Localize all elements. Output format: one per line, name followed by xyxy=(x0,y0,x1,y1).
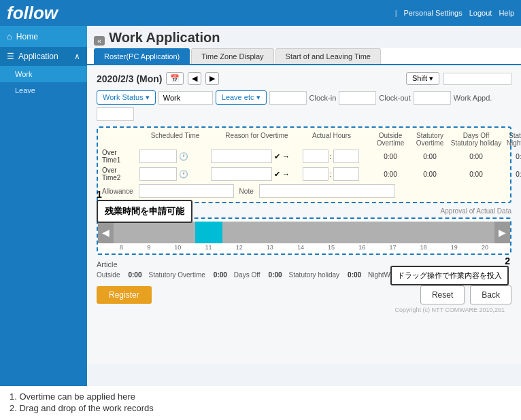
work-app-header: « Work Application xyxy=(87,26,521,48)
back-button[interactable]: Back xyxy=(470,285,511,304)
col-header-sep xyxy=(360,132,371,147)
bottom-text: 1. Overtime can be applied here 2. Drag … xyxy=(0,386,521,420)
tab-timezone[interactable]: Time Zone Display xyxy=(191,48,273,64)
ot-row-2: OverTime2 🕐 ✔ → : xyxy=(102,167,506,181)
timeline-container: ◀ ▶ 8 9 10 11 12 13 14 15 16 xyxy=(97,217,511,255)
sidebar-home-label: Home xyxy=(16,32,38,41)
prev-date-button[interactable]: ◀ xyxy=(188,72,201,85)
timeline-labels: 8 9 10 11 12 13 14 15 16 17 18 19 20 xyxy=(98,244,510,251)
collapse-button[interactable]: « xyxy=(94,36,105,46)
content-area: « Work Application Roster(PC Application… xyxy=(87,26,521,386)
ot2-nightwork: 0:00 xyxy=(503,171,521,178)
summary-outside-label: Outside xyxy=(97,271,120,279)
work-appd-input[interactable] xyxy=(97,107,134,121)
register-button[interactable]: Register xyxy=(97,286,152,304)
date-label: 2020/2/3 (Mon) xyxy=(97,73,162,84)
col-header-statutory: Statutory Overtime xyxy=(410,132,450,147)
summary-statutory-label: Statutory holiday xyxy=(289,271,340,279)
summary-outside-val: 0:00 xyxy=(128,271,141,279)
note-input[interactable] xyxy=(259,184,395,198)
note-label: Note xyxy=(239,188,254,195)
ot2-scheduled-input[interactable] xyxy=(139,167,177,181)
ot-label-2: OverTime2 xyxy=(102,167,139,181)
clock-in-label: Clock-in xyxy=(309,94,337,102)
sidebar-work-label: Work xyxy=(15,70,32,78)
header-separator: | xyxy=(395,9,397,17)
tab-leaving[interactable]: Start of and Leaving Time xyxy=(275,48,381,64)
work-status-row: Work Status ▾ Leave etc ▾ Clock-in Clock… xyxy=(97,90,511,121)
ot-row-1: OverTime1 🕐 ✔ → : xyxy=(102,149,506,164)
work-appd-label: Work Appd. xyxy=(454,94,492,102)
ot1-reason-input[interactable] xyxy=(211,150,272,163)
shift-input[interactable] xyxy=(443,73,511,85)
timeline-highlight xyxy=(195,222,222,243)
arrow-icon-1: → xyxy=(282,152,290,160)
overtime-container: Scheduled Time Reason for Overtime Actua… xyxy=(97,126,511,203)
application-icon: ☰ xyxy=(7,52,14,61)
summary-daysoff-label: Days Off xyxy=(234,271,260,279)
help-link[interactable]: Help xyxy=(499,9,514,17)
work-input[interactable] xyxy=(158,91,213,105)
sidebar-item-home[interactable]: ⌂ Home xyxy=(0,26,87,47)
timeline-next-button[interactable]: ▶ xyxy=(494,222,510,243)
ot1-nightwork: 0:00 xyxy=(503,153,521,160)
col-header-nightwork: Statutory NightWork xyxy=(503,132,521,147)
allowance-label: Allowance xyxy=(102,188,133,195)
col-header-scheduled: Scheduled Time xyxy=(139,132,211,147)
tabs-bar: Roster(PC Application) Time Zone Display… xyxy=(87,48,521,65)
callout-text-1: 残業時間を申請可能 xyxy=(105,206,184,216)
ot2-reason-input[interactable] xyxy=(211,167,272,181)
col-header-empty xyxy=(102,132,139,147)
sidebar-leave-label: Leave xyxy=(15,86,35,94)
date-bar: 2020/2/3 (Mon) 📅 ◀ ▶ Shift ▾ xyxy=(97,72,511,85)
action-row: Register Reset Back xyxy=(97,285,511,304)
sidebar-item-application[interactable]: ☰ Application ∧ xyxy=(0,47,87,66)
leave-input[interactable] xyxy=(269,91,307,105)
sidebar-item-leave[interactable]: Leave xyxy=(0,82,87,99)
ot2-outside: 0:00 xyxy=(371,171,410,178)
timeline-prev-button[interactable]: ◀ xyxy=(98,222,114,243)
sidebar-application-label: Application xyxy=(18,52,58,61)
header-links: | Personal Settings Logout Help xyxy=(395,9,514,17)
ot2-daysoff: 0:00 xyxy=(450,171,503,178)
shift-button[interactable]: Shift ▾ xyxy=(406,72,439,85)
logout-link[interactable]: Logout xyxy=(469,9,492,17)
ot2-actual-h[interactable] xyxy=(303,167,329,181)
ot2-actual-m[interactable] xyxy=(333,167,359,181)
callout-number-1: 1 xyxy=(97,189,102,200)
bottom-line-1: 1. Overtime can be applied here xyxy=(10,391,511,402)
ot1-daysoff: 0:00 xyxy=(450,153,503,160)
reset-button[interactable]: Reset xyxy=(420,285,465,304)
col-header-daysoff: Days Off Statutory holiday xyxy=(450,132,503,147)
col-header-reason: Reason for Overtime xyxy=(211,132,303,147)
clock-in-input[interactable] xyxy=(339,91,376,105)
calendar-button[interactable]: 📅 xyxy=(166,72,184,85)
callout-number-2: 2 xyxy=(505,256,510,266)
sidebar-item-work[interactable]: Work xyxy=(0,66,87,82)
ot1-scheduled-input[interactable] xyxy=(139,150,177,163)
timeline-bar xyxy=(114,222,494,243)
tab-roster[interactable]: Roster(PC Application) xyxy=(94,48,190,64)
chevron-up-icon: ∧ xyxy=(74,52,80,61)
callout-box-2: ドラッグ操作で作業内容を投入 xyxy=(390,266,509,285)
work-status-button[interactable]: Work Status ▾ xyxy=(97,90,156,105)
allowance-row: Allowance Note xyxy=(102,184,506,198)
summary-daysoff-val: 0:00 xyxy=(269,271,282,279)
ot2-statutory: 0:00 xyxy=(410,171,450,178)
clock-out-input[interactable] xyxy=(414,91,451,105)
allowance-input[interactable] xyxy=(139,184,234,198)
timeline-nav: ◀ ▶ xyxy=(98,222,510,243)
ot1-actual-h[interactable] xyxy=(303,150,329,163)
ot1-statutory: 0:00 xyxy=(410,153,450,160)
bottom-line-2: 2. Drag and drop of the work records xyxy=(10,403,511,413)
next-date-button[interactable]: ▶ xyxy=(205,72,219,85)
clock-icon-2: 🕐 xyxy=(179,170,188,179)
summary-statutory-val: 0:00 xyxy=(348,271,361,279)
personal-settings-link[interactable]: Personal Settings xyxy=(404,9,463,17)
ot1-outside: 0:00 xyxy=(371,153,410,160)
timeline-track[interactable] xyxy=(114,222,494,243)
leave-button[interactable]: Leave etc ▾ xyxy=(216,90,267,105)
col-header-actual: Actual Hours xyxy=(303,132,360,147)
clock-out-label: Clock-out xyxy=(379,94,410,102)
ot1-actual-m[interactable] xyxy=(333,150,359,163)
